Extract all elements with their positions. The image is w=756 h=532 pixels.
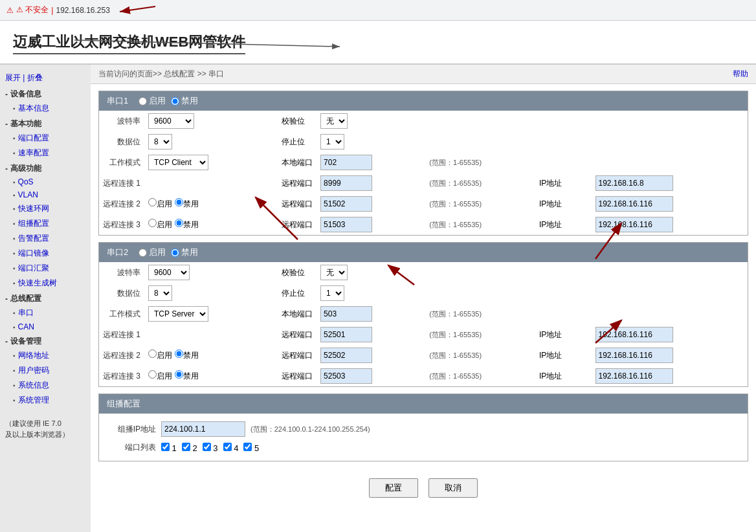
port-check-1[interactable]: [161, 443, 170, 451]
port-check-3[interactable]: [203, 443, 211, 451]
sidebar-item-fast-ring[interactable]: 快速环网: [0, 201, 91, 216]
serial2-remote3-ip-input[interactable]: [595, 368, 673, 384]
serial2-remote2-enable-radio[interactable]: [148, 349, 157, 358]
serial2-verify-select[interactable]: 无 奇 偶: [320, 265, 348, 280]
serial1-remote3-disable-radio[interactable]: [175, 219, 183, 227]
serial1-remote2-disable-radio[interactable]: [175, 198, 183, 206]
sidebar-item-port-aggregate[interactable]: 端口汇聚: [0, 261, 91, 276]
serial2-data-select[interactable]: 8 7: [148, 285, 172, 301]
sidebar-item-vlan[interactable]: VLAN: [0, 188, 91, 201]
serial1-remote1-ip-input[interactable]: [595, 175, 673, 191]
port-check-2[interactable]: [182, 443, 190, 451]
serial1-remote2-port-label: 远程端口: [269, 194, 317, 214]
serial1-mode-select[interactable]: TCP Client TCP Server UDP: [148, 155, 208, 170]
group-ip-input[interactable]: [161, 421, 245, 437]
serial2-baud-label: 波特率: [99, 262, 144, 283]
help-link[interactable]: 帮助: [733, 69, 748, 80]
sidebar-item-alarm-config[interactable]: 告警配置: [0, 231, 91, 246]
sidebar-section-bus-config: 总线配置: [0, 291, 91, 305]
sidebar-item-qos[interactable]: QoS: [0, 175, 91, 188]
group-ip-hint: (范围：224.100.0.1-224.100.255.254): [250, 425, 370, 434]
serial2-header: 串口2 启用 禁用: [99, 243, 748, 262]
serial1-remote3-port-input[interactable]: [320, 217, 372, 232]
sidebar-item-system-info[interactable]: 系统信息: [0, 378, 91, 393]
serial1-disable-radio[interactable]: [171, 97, 179, 105]
sidebar-item-port-mirror[interactable]: 端口镜像: [0, 246, 91, 261]
serial1-remote1-port-input[interactable]: [320, 175, 372, 191]
submit-button[interactable]: 配置: [369, 478, 418, 498]
expand-collapse[interactable]: 展开 | 折叠: [0, 70, 91, 86]
group-port-label: 端口列表: [104, 442, 156, 453]
serial1-enable-radio[interactable]: [139, 97, 147, 105]
serial1-remote1-row: 远程连接 1 远程端口 (范围：1-65535) IP地址: [99, 173, 748, 194]
port-check-4[interactable]: [223, 443, 232, 451]
serial1-remote2-label: 远程连接 2: [99, 194, 144, 214]
content-area: 当前访问的页面>> 总线配置 >> 串口 帮助 串口1 启用 禁用: [91, 65, 756, 532]
sidebar-item-network-addr[interactable]: 网络地址: [0, 348, 91, 363]
serial2-remote2-disable-radio[interactable]: [175, 349, 183, 358]
sidebar-item-rstp[interactable]: 快速生成树: [0, 276, 91, 291]
breadcrumb: 当前访问的页面>> 总线配置 >> 串口: [98, 69, 224, 80]
serial1-baud-select[interactable]: 9600 19200 38400 57600 115200: [148, 113, 194, 129]
serial1-remote3-ip-label: IP地址: [535, 214, 592, 235]
serial2-remote3-row: 远程连接 3 启用 禁用 远程端口 (范围：1-65535) IP地址: [99, 366, 748, 386]
group-ip-row: 组播IP地址 (范围：224.100.0.1-224.100.255.254): [104, 419, 742, 439]
serial2-remote1-ip-input[interactable]: [595, 327, 673, 342]
serial1-remote3-enable-radio[interactable]: [148, 219, 157, 227]
serial1-section: 串口1 启用 禁用 波特率: [98, 91, 748, 236]
serial2-mode-select[interactable]: TCP Client TCP Server UDP: [148, 306, 208, 322]
sidebar-item-system-mgmt[interactable]: 系统管理: [0, 393, 91, 408]
serial2-remote3-port-input[interactable]: [320, 368, 372, 384]
collapse-label[interactable]: 折叠: [27, 73, 43, 82]
serial1-remote2-hint: (范围：1-65535): [425, 194, 535, 214]
serial2-localport-label: 本地端口: [269, 304, 317, 324]
serial2-remote2-ip-input[interactable]: [595, 348, 673, 363]
sidebar-item-speed-config[interactable]: 速率配置: [0, 146, 91, 161]
serial2-remote2-ip-label: IP地址: [535, 345, 592, 366]
serial1-remote3-ip-input[interactable]: [595, 217, 673, 232]
serial1-localport-hint: (范围：1-65535): [425, 152, 535, 173]
serial2-remote3-enable-radio[interactable]: [148, 370, 157, 379]
serial1-verify-select[interactable]: 无 奇 偶: [320, 113, 348, 129]
sidebar-item-can[interactable]: CAN: [0, 320, 91, 333]
serial1-local-port-input[interactable]: [320, 155, 372, 170]
serial2-baud-select[interactable]: 9600 19200 38400: [148, 265, 190, 280]
serial1-enable-label[interactable]: 启用: [139, 95, 166, 107]
expand-label[interactable]: 展开: [5, 73, 21, 82]
serial1-data-select[interactable]: 8 7: [148, 134, 172, 150]
page-title: 迈威工业以太网交换机WEB网管软件: [13, 32, 245, 52]
serial2-disable-label[interactable]: 禁用: [171, 247, 198, 258]
serial2-enable-radio[interactable]: [139, 249, 147, 257]
page-header: 迈威工业以太网交换机WEB网管软件: [0, 21, 756, 65]
serial2-remote1-hint: (范围：1-65535): [425, 324, 535, 345]
sidebar-item-port-config[interactable]: 端口配置: [0, 131, 91, 146]
serial2-enable-label[interactable]: 启用: [139, 247, 166, 258]
sidebar-item-basic-info[interactable]: 基本信息: [0, 101, 91, 116]
group-port-row: 端口列表 1 2 3 4 5: [104, 439, 742, 456]
browser-url: 192.168.16.253: [56, 6, 109, 15]
port-check-5[interactable]: [243, 443, 252, 451]
serial1-row-mode-localport: 工作模式 TCP Client TCP Server UDP 本地端口 (范围：…: [99, 152, 748, 173]
serial2-remote1-port-input[interactable]: [320, 327, 372, 342]
serial1-remote2-enable-radio[interactable]: [148, 198, 157, 206]
cancel-button[interactable]: 取消: [428, 478, 478, 498]
serial2-form-table: 波特率 9600 19200 38400 校验位 无 奇 偶: [99, 262, 748, 386]
serial2-remote3-disable-radio[interactable]: [175, 370, 183, 379]
serial2-remote1-label: 远程连接 1: [99, 324, 144, 345]
sidebar-item-serial[interactable]: 串口: [0, 305, 91, 320]
serial2-local-port-input[interactable]: [320, 306, 372, 322]
sidebar-item-user-pwd[interactable]: 用户密码: [0, 363, 91, 378]
serial1-remote2-port-input[interactable]: [320, 196, 372, 212]
serial1-stop-select[interactable]: 1 2: [320, 134, 344, 150]
sidebar-section-device-mgmt: 设备管理: [0, 333, 91, 348]
serial2-stop-select[interactable]: 1 2: [320, 285, 344, 301]
serial1-remote2-ip-input[interactable]: [595, 196, 673, 212]
sidebar-item-multicast-config[interactable]: 组播配置: [0, 216, 91, 231]
group-config-form: 组播IP地址 (范围：224.100.0.1-224.100.255.254) …: [99, 414, 748, 461]
serial1-data-label: 数据位: [99, 131, 144, 152]
serial1-disable-label[interactable]: 禁用: [171, 95, 198, 107]
serial2-row-baud-verify: 波特率 9600 19200 38400 校验位 无 奇 偶: [99, 262, 748, 283]
group-config-header: 组播配置: [99, 394, 748, 414]
serial2-remote2-port-input[interactable]: [320, 348, 372, 363]
serial2-disable-radio[interactable]: [171, 249, 179, 257]
